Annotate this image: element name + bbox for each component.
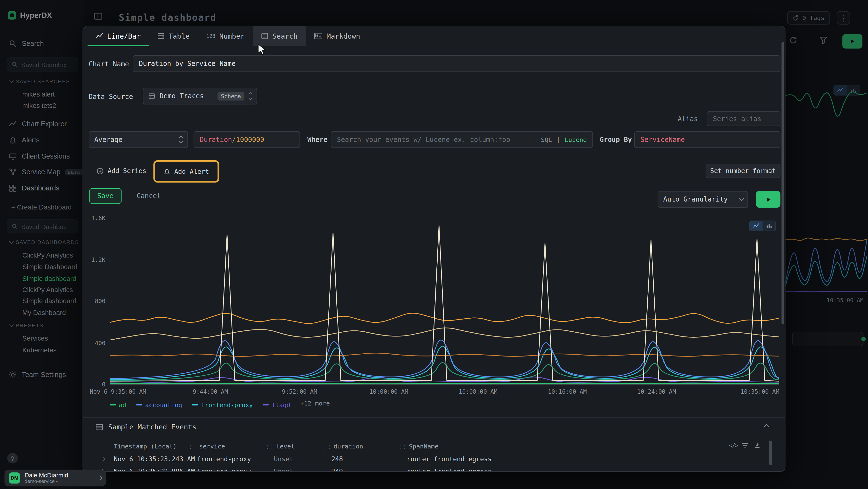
column-header-spanname[interactable]: ⋮⋮SpanName: [398, 443, 439, 450]
x-axis-label: 10:24:00 AM: [637, 388, 676, 395]
aggregation-select[interactable]: Average: [89, 131, 188, 148]
alias-input[interactable]: [713, 115, 774, 122]
cell-service[interactable]: frontend-proxy: [197, 455, 251, 463]
tab-line-bar[interactable]: Line/Bar: [88, 26, 149, 46]
column-label: SpanName: [409, 443, 439, 450]
chart-plot-area[interactable]: [110, 219, 779, 385]
code-view-icon[interactable]: </>: [729, 443, 738, 449]
set-number-format-button[interactable]: Set number format: [706, 164, 780, 178]
granularity-select[interactable]: Auto Granularity: [658, 191, 748, 207]
legend-item[interactable]: accounting: [136, 401, 182, 408]
schema-badge: Schema: [217, 92, 244, 100]
column-filter-icon[interactable]: [741, 442, 749, 449]
chart-type-toggle[interactable]: [749, 221, 776, 231]
chart-canvas: [110, 219, 779, 385]
cell-timestamp[interactable]: Nov 6 10:35:22.806 AM: [114, 467, 195, 472]
cell-level[interactable]: Unset: [274, 455, 293, 463]
bell-icon: [164, 168, 170, 175]
chart-series-flagd: [110, 377, 779, 382]
y-axis-label: 0: [102, 381, 105, 387]
chart-series-series-6: [110, 353, 779, 356]
cell-spanname[interactable]: router frontend egress: [407, 467, 492, 472]
drag-handle-icon[interactable]: ⋮⋮: [188, 443, 197, 449]
alias-label: Alias: [663, 115, 698, 123]
drag-handle-icon[interactable]: ⋮⋮: [322, 443, 331, 449]
where-input[interactable]: [337, 136, 536, 143]
collapse-events-icon[interactable]: [764, 424, 769, 429]
measure-field[interactable]: Duration/1000000: [194, 131, 300, 148]
column-header-duration[interactable]: ⋮⋮duration: [322, 443, 363, 450]
modal-scrollbar[interactable]: [781, 42, 784, 324]
legend-label: accounting: [145, 401, 182, 408]
set-number-format-label: Set number format: [710, 167, 776, 175]
drag-handle-icon[interactable]: ⋮⋮: [398, 443, 407, 449]
bar-chart-icon[interactable]: [763, 221, 775, 230]
sql-lucene-divider: |: [557, 136, 560, 143]
tab-label: Line/Bar: [107, 32, 141, 40]
x-axis-label: Nov 6 9:35:00 AM: [90, 388, 146, 395]
chart-y-axis: 04008001.2K1.6K: [83, 219, 108, 385]
line-chart-icon[interactable]: [750, 221, 763, 230]
where-label: Where: [307, 136, 328, 143]
y-axis-label: 800: [95, 297, 105, 304]
column-header-level[interactable]: ⋮⋮level: [265, 443, 294, 450]
run-chart-button[interactable]: [756, 191, 780, 207]
chart-editor-modal: Line/Bar Table 123 Number Search Markdow…: [83, 26, 785, 472]
drag-handle-icon[interactable]: ⋮⋮: [265, 443, 274, 449]
user-menu[interactable]: DM Dale McDiarmid demo-service -: [5, 470, 106, 486]
legend-dash-icon: [136, 404, 142, 405]
legend-item[interactable]: ad: [110, 401, 126, 408]
events-table-icon: [95, 423, 103, 431]
measure-column: Duration: [199, 136, 232, 143]
app-root: HyperDX Search SAVED SEARCHES mikes aler…: [0, 0, 868, 489]
expand-row-icon[interactable]: [100, 457, 105, 461]
add-alert-highlight-box: Add Alert: [153, 160, 219, 183]
cell-level[interactable]: Unset: [274, 467, 293, 472]
chevron-right-icon: [97, 476, 102, 481]
legend-more[interactable]: +12 more: [300, 400, 330, 407]
legend-dash-icon: [192, 404, 198, 405]
data-source-value: Demo Traces: [160, 92, 213, 100]
tab-label: Search: [273, 32, 298, 40]
chart-x-axis: Nov 6 9:35:00 AM9:44:00 AM9:52:00 AM10:0…: [110, 388, 779, 396]
cancel-button[interactable]: Cancel: [137, 192, 161, 200]
column-header-timestamp[interactable]: Timestamp (Local): [114, 443, 177, 450]
user-name: Dale McDiarmid: [25, 471, 94, 479]
cell-timestamp[interactable]: Nov 6 10:35:23.243 AM: [114, 455, 195, 463]
legend-item[interactable]: flagd: [263, 401, 290, 408]
legend-item[interactable]: frontend-proxy: [192, 401, 253, 408]
cell-duration[interactable]: 249: [331, 467, 343, 472]
events-scrollbar[interactable]: [769, 440, 772, 465]
group-by-label: Group By: [600, 136, 632, 143]
chart-name-input-wrap: [133, 55, 780, 72]
group-by-field[interactable]: ServiceName: [634, 131, 780, 148]
cell-duration[interactable]: 248: [331, 455, 343, 463]
cell-service[interactable]: frontend-proxy: [197, 467, 251, 472]
tab-label: Markdown: [327, 32, 360, 40]
editor-tabs: Line/Bar Table 123 Number Search Markdow…: [83, 26, 785, 46]
lucene-toggle[interactable]: Lucene: [565, 136, 587, 143]
tab-markdown[interactable]: Markdown: [306, 26, 369, 46]
tab-search[interactable]: Search: [253, 26, 306, 46]
column-header-service[interactable]: ⋮⋮service: [188, 443, 225, 450]
add-series-label: Add Series: [108, 167, 146, 175]
x-axis-label: 9:52:00 AM: [282, 388, 317, 395]
cell-spanname[interactable]: router frontend egress: [407, 455, 492, 463]
add-series-button[interactable]: Add Series: [91, 164, 152, 178]
chart-series-frontend-proxy: [110, 346, 779, 379]
data-source-select[interactable]: Demo Traces Schema: [143, 88, 257, 104]
save-button[interactable]: Save: [89, 188, 122, 204]
add-alert-label: Add Alert: [174, 168, 209, 175]
sql-toggle[interactable]: SQL: [541, 136, 552, 143]
legend-label: ad: [119, 401, 126, 408]
y-axis-label: 400: [95, 339, 105, 346]
add-alert-button[interactable]: Add Alert: [158, 164, 215, 179]
table-icon: [148, 93, 155, 99]
legend-dash-icon: [263, 404, 269, 405]
tab-number[interactable]: 123 Number: [198, 26, 253, 46]
download-icon[interactable]: [754, 442, 761, 449]
chart-name-input[interactable]: [139, 60, 774, 67]
tab-table[interactable]: Table: [149, 26, 198, 46]
line-chart-icon: [96, 32, 103, 39]
markdown-icon: [314, 32, 323, 39]
